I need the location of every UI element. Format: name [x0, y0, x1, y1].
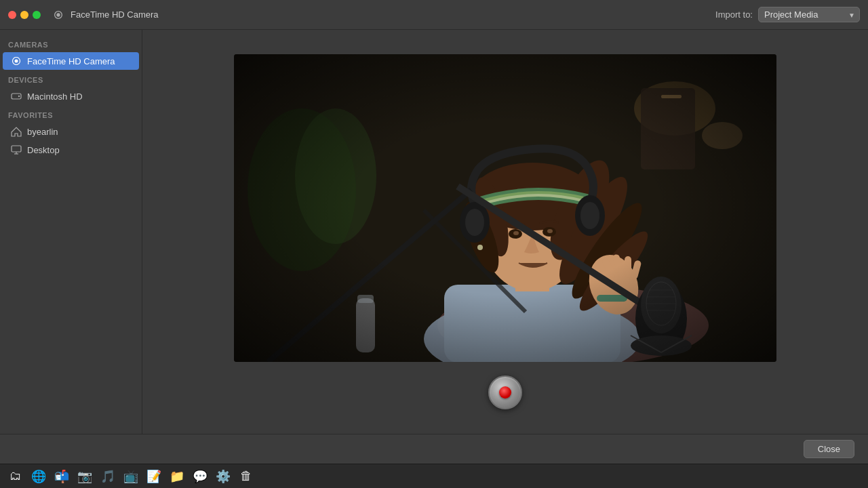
dock-item-music[interactable]: 🎵: [98, 466, 118, 487]
sidebar-item-facetime-label: FaceTime HD Camera: [27, 56, 115, 66]
desktop-icon: [11, 144, 22, 155]
import-dropdown-wrapper[interactable]: Project Media Event Library ▼: [758, 7, 860, 22]
main-content: CAMERAS FaceTime HD Camera DEVICES Macin…: [0, 30, 868, 434]
dock: 🗂 🌐 📬 📷 🎵 📺 📝 📁 💬 ⚙️ 🗑: [0, 464, 868, 488]
record-button[interactable]: [488, 375, 522, 409]
dock-item-trash[interactable]: 🗑: [236, 466, 256, 487]
svg-point-3: [15, 60, 18, 63]
dock-item-notes[interactable]: 📝: [144, 466, 164, 487]
dock-item-files[interactable]: 📁: [167, 466, 187, 487]
sidebar: CAMERAS FaceTime HD Camera DEVICES Macin…: [0, 30, 142, 434]
sidebar-section-favorites: FAVORITES: [0, 106, 142, 122]
minimize-window-button[interactable]: [20, 11, 28, 19]
import-section: Import to: Project Media Event Library ▼: [715, 7, 860, 22]
dock-item-settings[interactable]: ⚙️: [213, 466, 233, 487]
svg-point-1: [56, 13, 60, 16]
sidebar-item-macintosh-label: Macintosh HD: [27, 92, 83, 102]
sidebar-section-devices: DEVICES: [0, 70, 142, 87]
record-area: [488, 375, 522, 409]
bottom-bar: Close: [0, 434, 868, 464]
maximize-window-button[interactable]: [33, 11, 41, 19]
sidebar-item-macintosh-hd[interactable]: Macintosh HD: [3, 87, 139, 105]
svg-rect-58: [234, 54, 776, 362]
record-dot: [499, 386, 511, 399]
sidebar-section-cameras: CAMERAS: [0, 35, 142, 52]
dock-item-messages[interactable]: 💬: [190, 466, 210, 487]
hdd-icon: [11, 91, 22, 102]
window-controls: [8, 11, 41, 19]
video-preview: [234, 54, 776, 362]
home-icon: [11, 126, 22, 137]
dock-item-safari[interactable]: 🌐: [28, 466, 49, 487]
sidebar-item-desktop[interactable]: Desktop: [3, 141, 139, 159]
sidebar-item-desktop-label: Desktop: [27, 145, 60, 155]
camera-icon: [11, 56, 22, 66]
close-button[interactable]: Close: [804, 440, 854, 458]
import-label: Import to:: [715, 9, 753, 20]
dock-item-mail[interactable]: 📬: [52, 466, 72, 487]
preview-area: [142, 30, 868, 434]
sidebar-item-facetime-hd[interactable]: FaceTime HD Camera: [3, 52, 139, 70]
titlebar-camera-name: FaceTime HD Camera: [71, 9, 709, 20]
dock-item-facetime[interactable]: 📷: [75, 466, 95, 487]
close-window-button[interactable]: [8, 11, 16, 19]
dock-item-finder[interactable]: 🗂: [5, 466, 26, 487]
camera-icon: [53, 9, 64, 20]
import-dropdown[interactable]: Project Media Event Library: [758, 7, 860, 22]
svg-rect-6: [12, 146, 21, 152]
sidebar-item-byearlin-label: byearlin: [27, 127, 58, 137]
dock-item-tv[interactable]: 📺: [121, 466, 141, 487]
svg-point-5: [18, 96, 20, 97]
titlebar: FaceTime HD Camera Import to: Project Me…: [0, 0, 868, 30]
sidebar-item-byearlin[interactable]: byearlin: [3, 123, 139, 140]
